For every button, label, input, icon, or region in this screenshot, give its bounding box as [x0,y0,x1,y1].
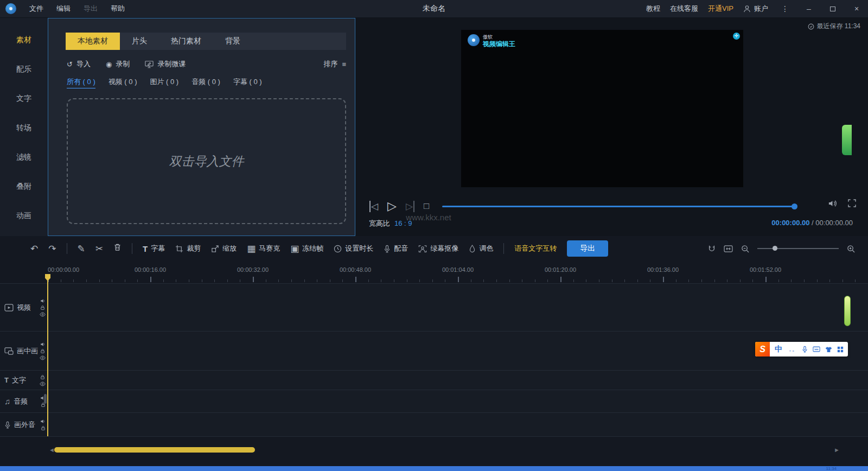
crop-tool-button[interactable]: 裁剪 [175,244,201,253]
horizontal-scrollbar-thumb[interactable] [54,447,255,453]
snap-magnet-icon[interactable] [708,245,716,252]
sidebar-item-filter[interactable]: 滤镜 [0,143,48,172]
filter-image[interactable]: 图片 ( 0 ) [150,77,178,88]
mute-speaker-icon[interactable] [40,298,46,303]
visibility-eye-icon[interactable] [40,355,46,360]
filter-video[interactable]: 视频 ( 0 ) [108,77,137,88]
track-pip-head[interactable]: 画中画 [0,332,48,370]
track-voiceover-head[interactable]: 画外音 [0,413,48,436]
export-button[interactable]: 导出 [567,240,608,257]
more-menu-icon[interactable]: ⋮ [778,4,792,13]
track-text-head[interactable]: T 文字 [0,371,48,390]
canvas-badge-icon[interactable]: ✛ [733,33,740,40]
fit-timeline-icon[interactable] [724,245,733,252]
filter-audio[interactable]: 音频 ( 0 ) [192,77,220,88]
playhead-line[interactable] [47,275,48,436]
ime-logo-icon[interactable]: S [755,342,770,357]
menu-edit[interactable]: 编辑 [50,4,77,14]
set-duration-tool-button[interactable]: 设置时长 [334,244,373,253]
volume-icon[interactable] [828,200,837,207]
tab-background[interactable]: 背景 [213,33,252,50]
freeze-frame-tool-button[interactable]: ▣ 冻结帧 [290,243,323,254]
record-lesson-button[interactable]: 录制微课 [145,59,186,69]
import-button[interactable]: ↺ 导入 [67,59,91,69]
next-frame-button[interactable]: ▷ [406,201,414,212]
zoom-in-icon[interactable] [847,245,855,253]
timeline-ruler[interactable]: 00:00:00.00 00:00:16.00 00:00:32.00 00:0… [0,261,868,283]
filter-all[interactable]: 所有 ( 0 ) [67,77,95,88]
edit-pencil-button[interactable]: ✎ [78,243,85,254]
play-button[interactable]: ▷ [387,199,397,213]
lock-icon[interactable] [40,305,45,310]
account-button[interactable]: 账户 [743,4,768,14]
track-text-lane[interactable] [48,371,868,390]
lock-icon[interactable] [41,425,46,431]
maximize-button[interactable] [826,4,840,13]
zoom-slider-knob[interactable] [773,246,777,251]
playback-progress-slider[interactable] [442,206,795,207]
stop-button[interactable]: □ [424,201,429,212]
visibility-eye-icon[interactable] [40,381,46,386]
green-screen-tool-button[interactable]: 绿幕抠像 [418,244,458,253]
support-link[interactable]: 在线客服 [670,4,698,14]
sidebar-item-music[interactable]: 配乐 [0,55,48,84]
visibility-eye-icon[interactable] [40,312,46,317]
filter-subtitle[interactable]: 字幕 ( 0 ) [233,77,262,88]
import-dropzone[interactable]: 双击导入文件 [67,98,346,224]
sort-button[interactable]: 排序 ≡ [323,59,346,69]
track-video-head[interactable]: 视频 [0,284,48,331]
ime-punctuation-toggle[interactable]: ，。 [787,346,797,353]
mute-speaker-icon[interactable] [40,419,46,424]
menu-file[interactable]: 文件 [23,4,50,14]
sidebar-item-material[interactable]: 素材 [0,26,48,55]
undo-button[interactable]: ↶ [30,243,38,254]
track-scroll-grip[interactable] [44,394,47,404]
fullscreen-icon[interactable] [848,199,856,207]
sidebar-item-text[interactable]: 文字 [0,84,48,113]
speech-text-convert-button[interactable]: 语音文字互转 [514,244,557,253]
track-video-lane[interactable] [48,284,868,331]
tutorial-link[interactable]: 教程 [646,4,660,14]
mosaic-tool-button[interactable]: ▦ 马赛克 [247,243,280,254]
menu-help[interactable]: 帮助 [104,4,131,14]
tab-hot-material[interactable]: 热门素材 [159,33,213,50]
dubbing-tool-button[interactable]: 配音 [384,244,408,253]
tab-intro[interactable]: 片头 [120,33,159,50]
previous-frame-button[interactable]: ◁ [369,201,378,212]
vip-link[interactable]: 开通VIP [708,4,733,14]
delete-trash-button[interactable] [113,243,122,254]
track-pip-lane[interactable] [48,332,868,370]
minimize-button[interactable]: – [802,4,816,13]
sidebar-item-animation[interactable]: 动画 [0,201,48,231]
tab-local-material[interactable]: 本地素材 [66,33,120,50]
zoom-slider[interactable] [757,248,839,249]
split-scissors-button[interactable]: ✂ [95,243,103,254]
ime-toolbox-grid-icon[interactable] [837,346,844,353]
edge-floating-shortcut-icon[interactable] [842,125,852,155]
close-button[interactable]: × [850,4,864,13]
track-audio-lane[interactable] [48,390,868,412]
zoom-out-icon[interactable] [741,245,749,253]
record-button[interactable]: ◉ 录制 [106,59,130,69]
ime-keyboard-icon[interactable] [813,346,820,352]
ime-language-toggle[interactable]: 中 [775,345,782,354]
lock-icon[interactable] [40,348,45,354]
video-canvas[interactable]: 傲软 视频编辑王 ✛ [461,30,743,187]
subtitle-tool-button[interactable]: T 字幕 [143,244,165,253]
lock-icon[interactable] [40,374,45,380]
ruler-label: 00:01:36.00 [647,266,679,273]
ime-mic-icon[interactable] [802,346,808,353]
track-audio-head[interactable]: ♫ 音频 [0,390,48,412]
mute-speaker-icon[interactable] [40,342,46,347]
aspect-ratio[interactable]: 宽高比16 : 9 [369,219,412,228]
redo-button[interactable]: ↷ [48,243,56,254]
ime-skin-shirt-icon[interactable] [825,346,832,353]
color-grading-tool-button[interactable]: 调色 [469,244,493,253]
scroll-right-arrow[interactable]: ► [834,447,840,453]
scale-icon [211,245,219,253]
sidebar-item-transition[interactable]: 转场 [0,113,48,143]
progress-knob[interactable] [792,203,797,209]
sidebar-item-overlay[interactable]: 叠附 [0,172,48,201]
track-voiceover-lane[interactable] [48,413,868,436]
scale-tool-button[interactable]: 缩放 [211,244,237,253]
